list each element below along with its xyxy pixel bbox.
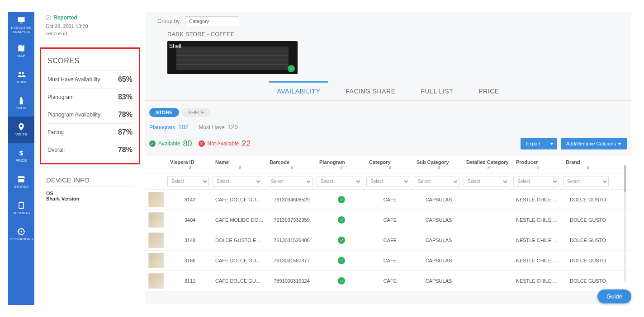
cell-planogram — [317, 275, 366, 286]
scrollbar-handle[interactable] — [624, 165, 626, 192]
column-filter[interactable]: Select — [414, 177, 459, 186]
svg-rect-0 — [18, 17, 25, 22]
column-header[interactable]: Sub Category⇵ — [414, 158, 464, 172]
shelf-image[interactable]: Shelf — [167, 41, 298, 74]
scrollbar[interactable] — [624, 165, 626, 283]
score-row: Planogram Availability78% — [47, 106, 133, 123]
tab-fulllist[interactable]: FULL LIST — [419, 82, 455, 100]
sidebar-item-executive[interactable]: EXECUTIVE ANALYSIS — [8, 12, 34, 38]
cell-category: CAFE — [366, 276, 414, 285]
tab-price[interactable]: PRICE — [477, 82, 501, 100]
grid-body: 3142CAFE DOLCE GUSTO ...7613034608529CAF… — [145, 190, 631, 291]
cell-id: 3142 — [167, 195, 213, 204]
sidebar-item-operations[interactable]: OPERATIONS — [8, 221, 34, 247]
export-dropdown-button[interactable] — [546, 138, 557, 149]
export-button-group: Export — [521, 138, 557, 149]
pill-store[interactable]: STORE — [149, 108, 179, 117]
sidebar-item-label: STORES — [14, 185, 29, 189]
column-header[interactable]: Vispera ID⇵ — [167, 158, 213, 172]
column-header[interactable]: Category⇵ — [366, 158, 414, 172]
cell-producer: NESTLE CHILE S.A. — [513, 256, 563, 265]
cell-brand: DOLCE GUSTO — [563, 276, 613, 285]
column-filter[interactable]: Select — [513, 177, 559, 186]
cell-detailed — [464, 238, 513, 242]
sidebar-item-visits[interactable]: VISITS — [8, 117, 34, 143]
score-row: Planogram83% — [47, 88, 133, 106]
product-thumb — [148, 253, 164, 268]
column-label: Planogram — [319, 159, 345, 165]
available-count: 80 — [183, 139, 192, 149]
score-value: 83% — [118, 93, 133, 101]
svg-text:$: $ — [19, 149, 24, 157]
tab-availability[interactable]: AVAILABILITY — [275, 82, 322, 100]
cell-category: CAFE — [366, 195, 414, 204]
cell-sub: CAPSULAS — [414, 215, 464, 224]
export-button[interactable]: Export — [521, 138, 546, 149]
column-header[interactable]: Name⇵ — [213, 158, 267, 172]
table-row[interactable]: 3166CAFE DOLCE GUSTO ...7613031587377CAF… — [145, 251, 631, 271]
add-remove-columns-button[interactable]: Add/Remove Columns — [561, 138, 627, 149]
cell-detailed — [464, 279, 513, 283]
table-row[interactable]: 3148DOLCE GUSTO EXPR...7613031526406CAFE… — [145, 230, 631, 251]
column-filter[interactable]: Select — [366, 177, 410, 186]
cell-name: DOLCE GUSTO EXPR... — [213, 236, 267, 245]
svg-point-8 — [20, 231, 22, 232]
x-icon: ✕ — [199, 140, 205, 147]
cell-name: CAFE DOLCE GUSTO ... — [213, 256, 267, 265]
subtab-musthave[interactable]: Must Have 129 — [199, 123, 238, 131]
sort-icon: ⇵ — [487, 166, 490, 170]
column-header[interactable]: Producer⇵ — [513, 158, 563, 172]
column-header[interactable]: Detailed Category⇵ — [464, 158, 513, 172]
check-circle-icon — [288, 65, 295, 72]
table-row[interactable]: 3404CAFE MOLIDO DOLC...7613037932959CAFE… — [145, 210, 631, 230]
pill-shelf[interactable]: SHELF — [182, 108, 210, 117]
not-available-label: Not Available — [208, 140, 239, 147]
column-label: Brand — [566, 159, 580, 165]
column-label: Vispera ID — [170, 159, 194, 165]
table-row[interactable]: 3142CAFE DOLCE GUSTO ...7613034608529CAF… — [145, 190, 631, 210]
score-value: 78% — [118, 111, 133, 119]
sidebar-item-reports[interactable]: REPORTS — [8, 195, 34, 221]
table-row[interactable]: 3111CAFE DOLCE GUSTO ...7891000319024CAF… — [145, 271, 631, 291]
column-filter[interactable]: Select — [213, 177, 262, 186]
cell-id: 3166 — [167, 256, 213, 265]
cell-producer: NESTLE CHILE S.A. — [513, 215, 563, 224]
tab-facing[interactable]: FACING SHARE — [344, 82, 397, 100]
score-value: 65% — [118, 75, 133, 84]
column-filter[interactable]: Select — [317, 177, 362, 186]
left-panel: ✓ Reported Oct 28, 2021 13:20 cencosud S… — [40, 12, 140, 292]
column-header[interactable]: Planogram⇵ — [317, 158, 366, 172]
sidebar-item-price[interactable]: $PRICE — [8, 143, 34, 169]
score-label: Planogram — [47, 94, 74, 100]
column-header[interactable]: Brand⇵ — [563, 158, 613, 172]
not-available-chip[interactable]: ✕ Not Available 22 — [199, 139, 251, 149]
column-header[interactable]: Barcode⇵ — [267, 158, 317, 172]
groupby-select[interactable]: Category — [185, 16, 239, 26]
cell-name: CAFE MOLIDO DOLC... — [213, 215, 267, 224]
caret-down-icon — [618, 143, 621, 145]
sort-icon: ⇵ — [189, 166, 192, 170]
sidebar-item-skus[interactable]: SKUS — [8, 90, 34, 117]
cell-producer: NESTLE CHILE S.A. — [513, 276, 563, 285]
sort-icon: ⇵ — [537, 166, 540, 170]
cell-id: 3404 — [167, 215, 213, 224]
grid-filter-row: SelectSelectSelectSelectSelectSelectSele… — [145, 173, 631, 190]
guide-button[interactable]: Guide — [597, 289, 631, 303]
sidebar-item-map[interactable]: MAP — [8, 38, 34, 64]
score-label: Overall — [47, 147, 65, 153]
svg-point-2 — [19, 72, 21, 74]
available-chip[interactable]: ✓ Available 80 — [149, 139, 192, 149]
sidebar-item-team[interactable]: TEAM — [8, 64, 34, 90]
column-filter[interactable]: Select — [464, 177, 509, 186]
groupby-label: Group by: — [157, 18, 181, 24]
subtab-planogram[interactable]: Planogram 102 — [149, 123, 189, 131]
column-filter[interactable]: Select — [167, 177, 209, 186]
pill-group: STORESHELF — [149, 108, 210, 117]
column-filter[interactable]: Select — [563, 177, 609, 186]
section-title: DARK STORE - COFFEE — [145, 29, 631, 39]
sidebar-item-label: VISITS — [15, 133, 27, 137]
available-label: Available — [158, 140, 180, 147]
sidebar-item-label: TEAM — [16, 80, 26, 84]
column-filter[interactable]: Select — [267, 177, 313, 186]
sidebar-item-stores[interactable]: STORES — [8, 169, 34, 195]
